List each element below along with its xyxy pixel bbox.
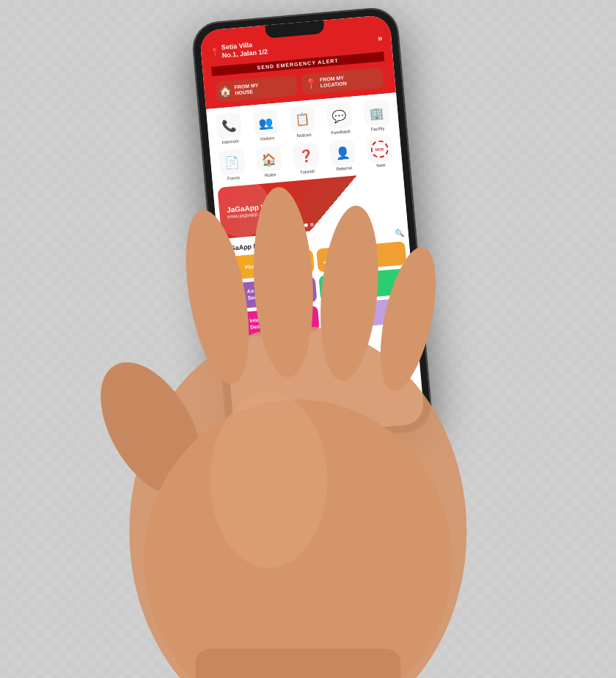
tutorial-label: Tutorial [300,169,315,175]
reno-icon: 🔨 [326,310,339,323]
menu-notices[interactable]: 📋 Notices [285,106,321,139]
chevron-right-icon[interactable]: » [377,32,383,43]
facility-icon: 🏢 [368,106,384,121]
from-location-button[interactable]: 📍 FROM MY LOCATION [301,67,384,95]
svg-point-1 [80,345,223,512]
myservices-search-icon[interactable]: 🔍 [395,229,404,238]
interior-icon: 🛋️ [233,318,246,331]
electrician-label: Electrician& Wiring [340,278,367,293]
svg-rect-7 [195,649,400,678]
menu-forms[interactable]: 📄 Forms [214,149,251,183]
phone-frame: 📍 Setia Villa No.1, Jalan 1/2 » SEND EME… [191,7,433,448]
from-house-label: FROM MY HOUSE [234,82,259,97]
menu-intercom[interactable]: 📞 Intercom [211,112,248,146]
service-aircond-button[interactable]: ❄️ AircondServicing [226,276,317,309]
menu-tutorial[interactable]: ❓ Tutorial [287,142,324,176]
rules-icon: 🏠 [261,152,277,167]
scene: 📍 Setia Villa No.1, Jalan 1/2 » SEND EME… [0,0,616,678]
dot-2 [310,223,314,226]
menu-new[interactable]: NEW New [362,136,398,169]
referral-label: Referral [336,166,352,172]
from-house-button[interactable]: 🏠 FROM MY HOUSE [216,75,298,103]
notices-label: Notices [296,133,311,139]
menu-facility[interactable]: 🏢 Facility [359,99,395,133]
menu-feedback[interactable]: 💬 Feedback [321,103,358,136]
menu-rules[interactable]: 🏠 Rules [251,145,287,179]
plumber-label: Plumber [245,262,266,271]
phone-wrapper: 📍 Setia Villa No.1, Jalan 1/2 » SEND EME… [191,7,433,448]
intercom-label: Intercom [221,139,239,145]
aircond-label: AircondServicing [247,287,271,302]
visitors-label: Visitors [260,136,274,141]
app-content: 📍 Setia Villa No.1, Jalan 1/2 » SEND EME… [199,15,425,441]
cleaner-icon: 🧹 [320,254,334,266]
service-interior-button[interactable]: 🛋️ InteriorDesigner [228,305,319,338]
location-info: 📍 Setia Villa No.1, Jalan 1/2 [209,40,268,60]
promo-banner[interactable]: JaGaApp Website www.jagaapp.com [217,172,403,239]
tutorial-icon: ❓ [298,148,314,163]
dot-1 [304,224,308,227]
facility-label: Facility [370,126,384,132]
menu-referral[interactable]: 👤 Referral [325,139,362,172]
phone-screen: 📍 Setia Villa No.1, Jalan 1/2 » SEND EME… [199,15,425,441]
service-cleaner-button[interactable]: 🧹 Cleaner [316,241,407,272]
feedback-label: Feedback [331,129,351,135]
new-label: New [376,163,385,168]
myservices-title: JaGaApp MyServices [222,240,290,253]
dot-3 [316,222,320,226]
location-icon: 📍 [304,78,318,90]
feedback-icon: 💬 [331,108,348,124]
app-body: 📞 Intercom 👥 Visitors 📋 Notices [206,93,417,344]
forms-icon: 📄 [224,155,241,170]
new-badge: NEW [370,140,389,159]
service-reno-button[interactable]: 🔨 RenoContractor [320,297,411,330]
intercom-icon: 📞 [221,118,238,133]
menu-visitors[interactable]: 👥 Visitors [248,108,285,142]
service-electrician-button[interactable]: ⚡ Electrician& Wiring [318,268,409,301]
cleaner-label: Cleaner [337,254,356,262]
notices-icon: 📋 [295,112,311,128]
from-location-label: FROM MY LOCATION [320,75,347,89]
referral-icon: 👤 [335,145,351,161]
location-details: Setia Villa No.1, Jalan 1/2 [221,40,268,59]
reno-label: RenoContractor [342,306,369,322]
location-pin-icon: 📍 [210,48,219,57]
services-grid: 🔧 Plumber 🧹 Cleaner ❄️ AircondServicing [224,241,412,338]
aircond-icon: ❄️ [231,290,244,302]
banner-pagination-dots [304,222,320,227]
plumber-icon: 🔧 [228,262,241,274]
forms-label: Forms [227,176,240,181]
rules-label: Rules [265,172,276,177]
interior-label: InteriorDesigner [249,315,272,331]
service-plumber-button[interactable]: 🔧 Plumber [224,249,315,280]
new-badge-text: NEW [375,147,384,152]
house-icon: 🏠 [219,85,232,97]
electrician-icon: ⚡ [323,281,337,294]
visitors-icon: 👥 [258,115,274,130]
